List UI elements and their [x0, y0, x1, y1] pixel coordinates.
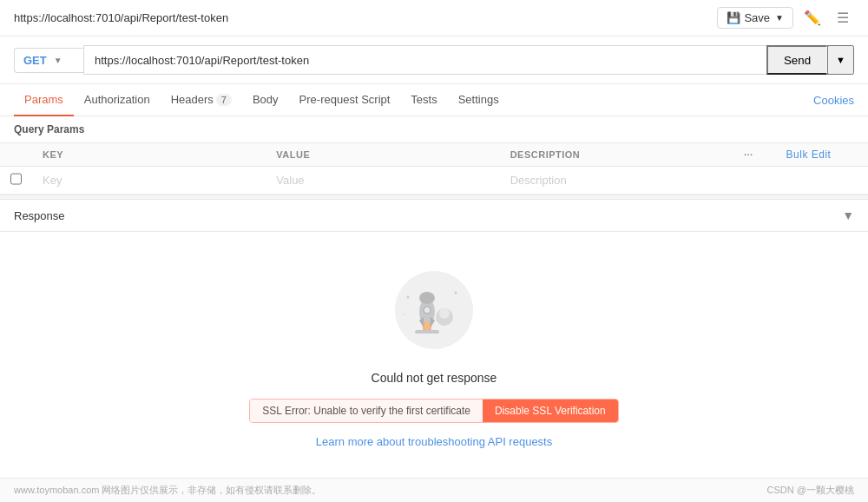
bulk-edit-button[interactable]: Bulk Edit: [786, 149, 832, 161]
tab-settings[interactable]: Settings: [448, 84, 510, 116]
empty-title: Could not get response: [372, 371, 497, 385]
svg-point-6: [424, 321, 430, 330]
save-button[interactable]: 💾 Save ▼: [717, 7, 793, 29]
row-actions: [733, 167, 776, 195]
more-button[interactable]: ☰: [832, 6, 854, 30]
svg-point-4: [424, 307, 431, 314]
tab-tests[interactable]: Tests: [400, 84, 447, 116]
save-icon: 💾: [727, 11, 740, 24]
method-dropdown-icon: ▼: [54, 56, 62, 65]
svg-rect-12: [415, 330, 439, 334]
svg-point-3: [419, 292, 435, 304]
params-table: KEY VALUE DESCRIPTION ··· Bulk Edit: [0, 142, 868, 195]
tab-authorization[interactable]: Authorization: [74, 84, 161, 116]
url-input[interactable]: [83, 45, 766, 75]
url-bar: GET ▼ Send ▼: [0, 36, 868, 84]
request-tabs: Params Authorization Headers7 Body Pre-r…: [0, 84, 868, 116]
rocket-svg: [391, 267, 477, 353]
disable-ssl-button[interactable]: Disable SSL Verification: [483, 400, 618, 422]
value-input[interactable]: [276, 174, 489, 187]
row-extra: [776, 167, 868, 195]
response-bar: Response ▼: [0, 200, 868, 231]
key-cell[interactable]: [32, 167, 266, 195]
svg-point-9: [407, 296, 410, 299]
table-row: [0, 167, 868, 195]
rocket-illustration: [391, 267, 477, 353]
th-key: KEY: [32, 143, 266, 167]
top-bar: https://localhost:7010/api/Report/test-t…: [0, 0, 868, 36]
learn-more-link[interactable]: Learn more about troubleshooting API req…: [316, 435, 552, 448]
save-dropdown-icon: ▼: [775, 13, 784, 23]
tab-headers[interactable]: Headers7: [161, 84, 242, 116]
error-text: SSL Error: Unable to verify the first ce…: [250, 400, 483, 422]
value-cell[interactable]: [266, 167, 499, 195]
send-main-button[interactable]: Send: [766, 45, 827, 75]
th-description: DESCRIPTION: [500, 143, 733, 167]
tab-pre-request-script[interactable]: Pre-request Script: [289, 84, 401, 116]
description-cell[interactable]: [500, 167, 733, 195]
send-dropdown-button[interactable]: ▼: [827, 45, 854, 75]
svg-point-1: [439, 308, 450, 319]
th-dots: ···: [733, 143, 776, 167]
cookies-link[interactable]: Cookies: [813, 85, 854, 116]
headers-badge: 7: [216, 94, 232, 106]
response-label: Response: [14, 209, 65, 222]
svg-point-11: [403, 314, 404, 315]
key-input[interactable]: [43, 174, 255, 187]
top-bar-actions: 💾 Save ▼ ✏️ ☰: [717, 6, 854, 30]
row-checkbox-cell: [0, 167, 32, 195]
edit-button[interactable]: ✏️: [799, 6, 826, 30]
tab-params[interactable]: Params: [14, 84, 74, 116]
query-params-label: Query Params: [0, 116, 868, 142]
th-value: VALUE: [266, 143, 499, 167]
description-input[interactable]: [510, 174, 723, 187]
top-bar-url: https://localhost:7010/api/Report/test-t…: [14, 11, 228, 24]
row-checkbox[interactable]: [10, 172, 22, 186]
send-button-group: Send ▼: [766, 45, 854, 75]
th-checkbox: [0, 143, 32, 167]
method-selector[interactable]: GET ▼: [14, 48, 83, 73]
method-label: GET: [23, 54, 47, 67]
empty-state: Could not get response SSL Error: Unable…: [0, 232, 868, 474]
response-expand-icon[interactable]: ▼: [842, 208, 854, 222]
svg-point-10: [455, 292, 457, 294]
error-banner: SSL Error: Unable to verify the first ce…: [249, 399, 618, 423]
tab-body[interactable]: Body: [242, 84, 289, 116]
